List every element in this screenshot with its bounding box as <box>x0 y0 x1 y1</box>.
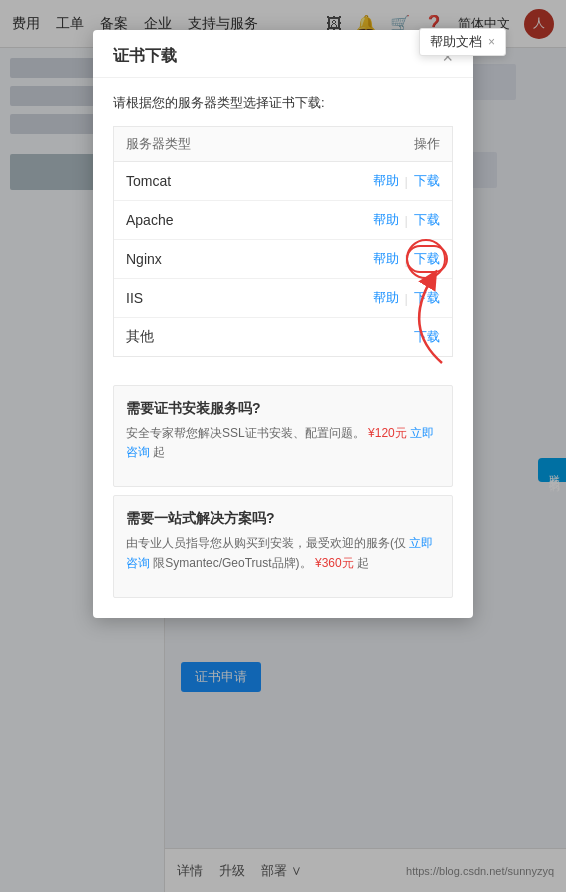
iis-help-link[interactable]: 帮助 <box>373 289 399 307</box>
col-header-type: 服务器类型 <box>126 135 360 153</box>
service-install-desc-before: 安全专家帮您解决SSL证书安装、配置问题。 <box>126 426 365 440</box>
apache-help-link[interactable]: 帮助 <box>373 211 399 229</box>
server-type-other: 其他 <box>126 328 360 346</box>
divider: | <box>405 291 408 306</box>
modal-title: 证书下载 <box>113 46 177 67</box>
table-row: Nginx 帮助 | 下载 <box>114 240 452 279</box>
modal-subtitle: 请根据您的服务器类型选择证书下载: <box>113 94 453 112</box>
tomcat-download-link[interactable]: 下载 <box>414 172 440 190</box>
divider: | <box>405 213 408 228</box>
table-row: Apache 帮助 | 下载 <box>114 201 452 240</box>
service-install-title: 需要证书安装服务吗? <box>126 400 440 418</box>
tomcat-help-link[interactable]: 帮助 <box>373 172 399 190</box>
table-row: Tomcat 帮助 | 下载 <box>114 162 452 201</box>
nginx-help-link[interactable]: 帮助 <box>373 250 399 268</box>
modal-overlay: 帮助文档 × 证书下载 × 请根据您的服务器类型选择证书下载: 服务器类型 操作… <box>0 0 566 892</box>
divider: | <box>405 252 408 267</box>
table-row: 其他 下载 <box>114 318 452 356</box>
modal-header: 证书下载 × <box>93 30 473 78</box>
row-actions-tomcat: 帮助 | 下载 <box>360 172 440 190</box>
col-header-action: 操作 <box>360 135 440 153</box>
row-actions-iis: 帮助 | 下载 <box>360 289 440 307</box>
service-install-desc-after: 起 <box>153 445 165 459</box>
row-actions-nginx: 帮助 | 下载 <box>360 250 440 268</box>
service-solution-title: 需要一站式解决方案吗? <box>126 510 440 528</box>
modal-body: 请根据您的服务器类型选择证书下载: 服务器类型 操作 Tomcat 帮助 | 下… <box>93 78 473 373</box>
cert-type-table: 服务器类型 操作 Tomcat 帮助 | 下载 Apache 帮助 <box>113 126 453 357</box>
row-actions-other: 下载 <box>360 328 440 346</box>
server-type-tomcat: Tomcat <box>126 173 360 189</box>
table-row: IIS 帮助 | 下载 <box>114 279 452 318</box>
help-tooltip-close[interactable]: × <box>488 35 495 49</box>
help-tooltip: 帮助文档 × <box>419 28 506 56</box>
apache-download-link[interactable]: 下载 <box>414 211 440 229</box>
service-solution-desc-before: 由专业人员指导您从购买到安装，最受欢迎的服务(仅 <box>126 536 406 550</box>
other-download-link[interactable]: 下载 <box>414 328 440 346</box>
service-solution-section: 需要一站式解决方案吗? 由专业人员指导您从购买到安装，最受欢迎的服务(仅 立即咨… <box>113 495 453 597</box>
divider: | <box>405 174 408 189</box>
cert-download-modal: 证书下载 × 请根据您的服务器类型选择证书下载: 服务器类型 操作 Tomcat… <box>93 30 473 618</box>
iis-download-link[interactable]: 下载 <box>414 289 440 307</box>
server-type-nginx: Nginx <box>126 251 360 267</box>
service-install-price: ¥120元 <box>368 426 407 440</box>
row-actions-apache: 帮助 | 下载 <box>360 211 440 229</box>
nginx-download-link[interactable]: 下载 <box>414 251 440 266</box>
service-install-desc: 安全专家帮您解决SSL证书安装、配置问题。 ¥120元 立即咨询 起 <box>126 424 440 462</box>
service-solution-desc-after: 限Symantec/GeoTrust品牌)。 <box>153 556 311 570</box>
service-solution-desc: 由专业人员指导您从购买到安装，最受欢迎的服务(仅 立即咨询 限Symantec/… <box>126 534 440 572</box>
table-header: 服务器类型 操作 <box>114 127 452 162</box>
service-solution-suffix: 起 <box>357 556 369 570</box>
server-type-apache: Apache <box>126 212 360 228</box>
help-tooltip-text: 帮助文档 <box>430 33 482 51</box>
service-solution-price: ¥360元 <box>315 556 354 570</box>
server-type-iis: IIS <box>126 290 360 306</box>
nginx-download-wrapper: 下载 <box>414 250 440 268</box>
service-install-section: 需要证书安装服务吗? 安全专家帮您解决SSL证书安装、配置问题。 ¥120元 立… <box>113 385 453 487</box>
